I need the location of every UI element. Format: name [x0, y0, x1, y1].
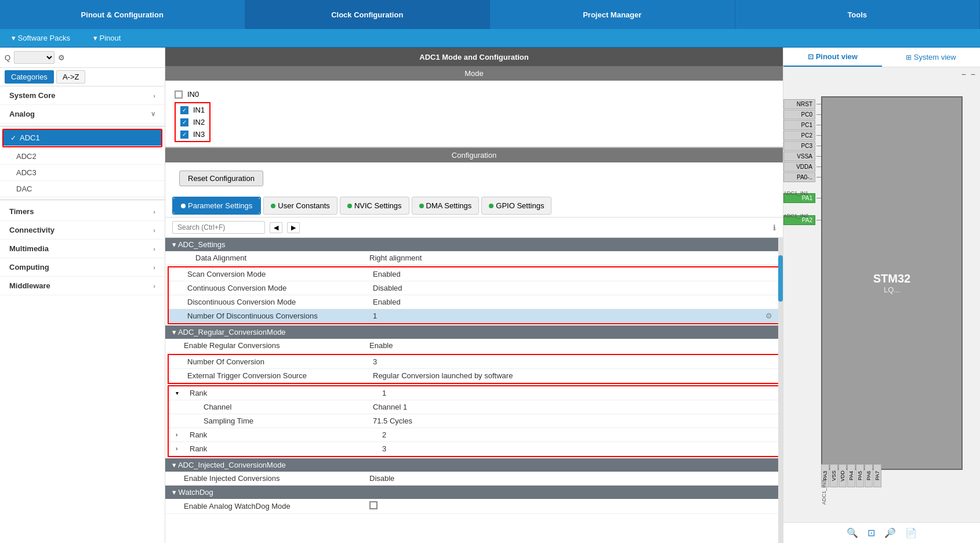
- checkbox-in0[interactable]: [175, 91, 183, 99]
- sidebar-item-timers[interactable]: Timers ›: [0, 202, 165, 221]
- chevron-right-icon: ›: [153, 245, 155, 252]
- right-panel-tabs: ⊡ Pinout view ⊞ System view: [783, 48, 980, 67]
- param-row-rank2: › Rank 2: [169, 428, 779, 442]
- nav-pinout-config[interactable]: Pinout & Configuration: [0, 0, 245, 29]
- checkbox-in2[interactable]: ✓: [180, 118, 188, 126]
- pin-pc2: PC2: [783, 131, 821, 140]
- section-adc-injected[interactable]: ▾ ADC_Injected_ConversionMode: [165, 458, 783, 472]
- dot-icon: [419, 204, 424, 208]
- nav-clock-config[interactable]: Clock Configuration: [245, 0, 491, 29]
- param-row-rank1: ▾ Rank 1: [169, 386, 779, 400]
- expand-rank1-icon[interactable]: ▾: [176, 390, 185, 396]
- sidebar-search-area: Q ⚙: [0, 48, 165, 68]
- section-adc-regular[interactable]: ▾ ADC_Regular_ConversionMode: [165, 325, 783, 339]
- sidebar-item-adc3[interactable]: ADC3: [0, 165, 165, 181]
- param-row-enable-injected: Enable Injected Conversions Disable: [165, 472, 783, 486]
- pin-pc0: PC0: [783, 110, 821, 120]
- param-row-num-discontinuous: Number Of Discontinuous Conversions 1 ⚙: [169, 309, 779, 323]
- pin-pa0: PA0-..: [783, 172, 821, 182]
- mode-header: Mode: [165, 66, 783, 81]
- bottom-pins: PA3 VSS VDD PA4 PA5 PA6 PA7: [821, 464, 881, 487]
- param-row-watchdog-mode: Enable Analog WatchDog Mode: [165, 499, 783, 514]
- tab-user-constants[interactable]: User Constants: [263, 197, 337, 215]
- sidebar-tabs: Categories A->Z: [0, 68, 165, 86]
- tab-nvic-settings[interactable]: NVIC Settings: [340, 197, 409, 215]
- mode-option-in1[interactable]: ✓ IN1: [180, 106, 205, 114]
- param-row-discontinuous-conversion: Discontinuous Conversion Mode Enabled: [169, 295, 779, 309]
- tab-dma-settings[interactable]: DMA Settings: [412, 197, 480, 215]
- section-watchdog[interactable]: ▾ WatchDog: [165, 486, 783, 499]
- search-next-button[interactable]: ▶: [287, 222, 300, 233]
- dot-icon: [271, 204, 275, 208]
- adc1-in3-label: ADC1_IN3: [821, 480, 827, 505]
- dot-icon: [347, 204, 352, 208]
- tab-pinout-view[interactable]: ⊡ Pinout view: [783, 48, 882, 67]
- nav-project-manager[interactable]: Project Manager: [490, 0, 735, 29]
- mode-option-in2[interactable]: ✓ IN2: [180, 118, 205, 126]
- sidebar-item-adc1[interactable]: ✓ ADC1: [3, 130, 161, 146]
- content-title: ADC1 Mode and Configuration: [165, 48, 783, 66]
- search-icon: Q: [5, 53, 10, 62]
- tab-parameter-settings[interactable]: Parameter Settings: [173, 198, 260, 213]
- sidebar-item-dac[interactable]: DAC: [0, 181, 165, 197]
- pin-pc1: PC1: [783, 120, 821, 130]
- system-icon: ⊞: [906, 53, 912, 61]
- expand-rank3-icon[interactable]: ›: [176, 446, 185, 452]
- tab-system-view[interactable]: ⊞ System view: [882, 48, 981, 67]
- mode-option-in0[interactable]: IN0: [175, 90, 210, 99]
- watchdog-checkbox[interactable]: [369, 501, 378, 509]
- param-row-continuous-conversion: Continuous Conversion Mode Disabled: [169, 281, 779, 295]
- minus-icon[interactable]: −: [961, 70, 966, 79]
- chip-body: STM32 LQ...: [821, 96, 963, 470]
- settings-icon: ⚙: [765, 312, 772, 320]
- pin-vdda: VDDA: [783, 162, 821, 172]
- sidebar-item-computing[interactable]: Computing ›: [0, 258, 165, 277]
- sidebar-item-system-core[interactable]: System Core ›: [0, 86, 165, 105]
- expand-rank2-icon[interactable]: ›: [176, 432, 185, 438]
- sidebar-item-middleware[interactable]: Middleware ›: [0, 277, 165, 295]
- sidebar-item-adc2[interactable]: ADC2: [0, 149, 165, 165]
- chevron-right-icon: ›: [153, 208, 155, 215]
- param-row-channel: Channel Channel 1: [169, 400, 779, 414]
- zoom-out-icon[interactable]: 🔎: [884, 527, 896, 538]
- center-content: ADC1 Mode and Configuration Mode IN0 ✓: [165, 48, 783, 543]
- param-row-external-trigger: External Trigger Conversion Source Regul…: [169, 369, 779, 383]
- param-row-rank3: › Rank 3: [169, 442, 779, 456]
- right-panel: ⊡ Pinout view ⊞ System view − − NRST: [783, 48, 980, 543]
- check-icon: ✓: [10, 134, 16, 142]
- mode-option-in3[interactable]: ✓ IN3: [180, 130, 205, 139]
- sidebar-item-multimedia[interactable]: Multimedia ›: [0, 240, 165, 258]
- chevron-right-icon: ›: [153, 283, 155, 289]
- gear-icon[interactable]: ⚙: [58, 53, 65, 62]
- zoom-in-icon[interactable]: 🔍: [847, 527, 858, 538]
- pin-pc3: PC3: [783, 141, 821, 151]
- reset-config-button[interactable]: Reset Configuration: [179, 171, 263, 186]
- line-icon: −: [971, 70, 975, 79]
- sub-software-packs[interactable]: ▾ Software Packs: [0, 29, 82, 47]
- sub-pinout[interactable]: ▾ Pinout: [82, 29, 132, 47]
- pin-pa2: ADC1_IN2 PA2: [783, 206, 821, 225]
- section-adc-settings[interactable]: ▾ ADC_Settings: [165, 238, 783, 251]
- sidebar-item-connectivity[interactable]: Connectivity ›: [0, 221, 165, 240]
- checkbox-in3[interactable]: ✓: [180, 131, 188, 139]
- search-prev-button[interactable]: ◀: [270, 222, 282, 233]
- chevron-right-icon: ›: [153, 92, 155, 99]
- pin-nrst: NRST: [783, 99, 821, 109]
- sidebar-item-analog[interactable]: Analog ∨: [0, 105, 165, 124]
- info-icon: ℹ: [773, 223, 776, 232]
- config-header: Configuration: [165, 148, 783, 162]
- search-dropdown[interactable]: [14, 51, 55, 64]
- export-icon[interactable]: 📄: [905, 527, 917, 538]
- param-search-input[interactable]: [172, 221, 265, 234]
- tab-categories[interactable]: Categories: [5, 70, 54, 84]
- param-row-enable-regular: Enable Regular Conversions Enable: [165, 339, 783, 353]
- sidebar: Q ⚙ Categories A->Z System Core › Analog: [0, 48, 165, 543]
- checkbox-in1[interactable]: ✓: [180, 106, 188, 114]
- chip-view: − − NRST PC0 PC1 PC2: [783, 67, 980, 522]
- expand-icon[interactable]: ⊡: [868, 527, 875, 538]
- tab-gpio-settings[interactable]: GPIO Settings: [481, 197, 551, 215]
- tab-az[interactable]: A->Z: [56, 70, 86, 84]
- nav-tools[interactable]: Tools: [735, 0, 981, 29]
- dot-icon: [489, 204, 493, 208]
- chevron-right-icon: ›: [153, 264, 155, 271]
